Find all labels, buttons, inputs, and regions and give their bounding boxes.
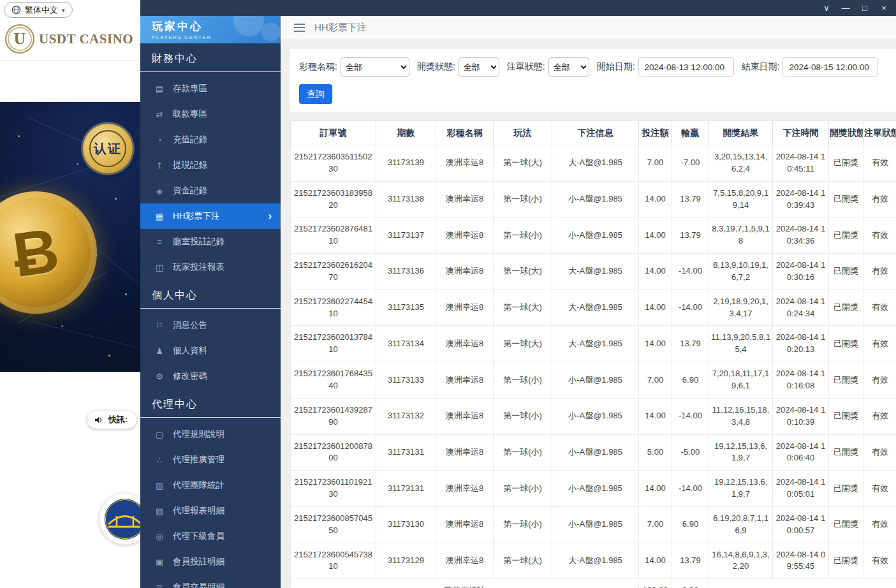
sidebar-item[interactable]: ♟個人資料	[140, 338, 281, 364]
table-row: 215217236014392879031173132澳洲幸运8第一球(小)小-…	[291, 398, 896, 434]
table-cell: 第一球(小)	[494, 471, 552, 507]
table-cell: 19,12,15,13,6,1,9,7	[709, 471, 773, 507]
table-cell: 2024-08-14 10:20:13	[773, 326, 829, 362]
sidebar-item[interactable]: ⇄取款專區	[140, 101, 281, 127]
sidebar-item-label: 會員投註明細	[173, 556, 224, 568]
bitcoin-banner: Ƀ 认证	[0, 102, 140, 372]
sidebar-item[interactable]: ▥代理團隊統計	[140, 473, 281, 498]
table-panel: 訂單號期數彩種名稱玩法下注信息投注額輸贏開獎結果下注時間開獎狀態注單狀態 215…	[290, 121, 896, 588]
table-cell: 14.00	[639, 326, 672, 362]
announcement-icon: ⚐	[154, 321, 165, 330]
close-icon[interactable]: ×	[874, 0, 893, 16]
sidebar-item[interactable]: ▧代理報表明細	[140, 498, 281, 524]
team-logo	[99, 494, 140, 545]
end-date-input[interactable]	[782, 57, 878, 77]
table-cell: 澳洲幸运8	[436, 254, 494, 290]
funds-record-icon: ◈	[154, 186, 165, 196]
table-cell: 2152172360227445410	[291, 290, 376, 326]
column-header: 投注額	[639, 121, 672, 145]
sidebar-nav: 財務中心▤存款專區⇄取款專區◔充值記錄↥提現記錄◈資金記錄▦HH彩票下注›≡廳室…	[140, 43, 281, 588]
sidebar-item[interactable]: ↥提現記錄	[140, 152, 281, 178]
sidebar-item[interactable]: ≣會員交易明細	[140, 575, 281, 588]
section-title: 財務中心	[140, 43, 281, 72]
order-status-select[interactable]: 全部	[548, 57, 589, 77]
table-cell: 已開獎	[829, 398, 863, 434]
window-titlebar: ∨—□×	[140, 0, 896, 16]
sidebar-item[interactable]: ◎代理下級會員	[140, 524, 281, 549]
table-cell: 第一球(大)	[494, 145, 552, 182]
table-cell: 已開獎	[829, 434, 863, 471]
sidebar-item[interactable]: ∴代理推廣管理	[140, 447, 281, 473]
table-cell: 已開獎	[829, 145, 863, 182]
sidebar-item[interactable]: ⚐消息公告	[140, 312, 281, 338]
sidebar-subtitle: PLAYERS CENTER	[152, 34, 281, 40]
change-password-icon: ⚙	[154, 372, 165, 381]
sidebar-item[interactable]: ◔充值記錄	[140, 127, 281, 152]
sidebar-item[interactable]: ⚙修改密碼	[140, 364, 281, 389]
filter-panel: 彩種名稱: 全部 開獎狀態: 全部 注單狀態: 全部	[290, 49, 896, 112]
column-header: 開獎狀態	[829, 121, 863, 145]
table-cell: -5.00	[672, 434, 709, 471]
table-cell: -14.00	[672, 398, 709, 434]
table-cell: 2152172360318395820	[291, 181, 376, 217]
brand-name: USDT CASINO	[39, 31, 133, 47]
table-cell: 2024-08-14 10:10:39	[773, 398, 829, 434]
bridge-logo-icon	[104, 498, 140, 540]
maximize-icon[interactable]: □	[855, 0, 874, 16]
sidebar-item[interactable]: ▢代理規則說明	[140, 422, 281, 447]
profile-icon: ♟	[154, 346, 165, 356]
lottery-name-select[interactable]: 全部	[341, 57, 409, 77]
table-cell: 7.00	[639, 506, 672, 543]
sidebar-item-label: 會員交易明細	[173, 582, 224, 588]
table-cell: 小-A盤@1.985	[552, 181, 639, 217]
sidebar-item[interactable]: ▦HH彩票下注›	[140, 203, 281, 229]
chevron-down-icon[interactable]: ∨	[817, 0, 836, 16]
speaker-icon	[94, 416, 104, 424]
recharge-record-icon: ◔	[154, 135, 165, 145]
content: 彩種名稱: 全部 開獎狀態: 全部 注單狀態: 全部	[281, 40, 896, 588]
table-cell: 6.90	[672, 506, 709, 543]
agent-report-detail-icon: ▧	[154, 506, 165, 516]
table-cell: 2024-08-14 10:34:36	[773, 217, 829, 254]
table-cell: 14.00	[639, 543, 672, 579]
agent-sub-members-icon: ◎	[154, 532, 165, 541]
order-status-label: 注單狀態:	[507, 61, 545, 73]
sidebar-item[interactable]: ▣會員投註明細	[140, 549, 281, 575]
sidebar-item[interactable]: ◈資金記錄	[140, 178, 281, 203]
table-cell: 13.79	[672, 181, 709, 217]
menu-toggle-icon[interactable]	[294, 24, 305, 32]
right-region: ∨—□× 玩家中心 PLAYERS CENTER 財務中心▤存款專區⇄取款專區◔…	[140, 0, 896, 588]
query-button[interactable]: 查詢	[299, 84, 332, 104]
ticker-label: 快訊:	[108, 414, 128, 425]
language-selector[interactable]: 繁体中文 ▾	[4, 2, 73, 18]
table-cell: 已開獎	[829, 362, 863, 399]
sidebar-item-label: 資金記錄	[173, 185, 207, 196]
minimize-icon[interactable]: —	[836, 0, 855, 16]
table-cell: 已開獎	[829, 290, 863, 326]
table-cell: 有效	[863, 181, 896, 217]
end-date-label: 結束日期:	[742, 61, 780, 73]
table-cell: 第一球(小)	[494, 434, 552, 471]
table-cell: 2024-08-14 10:39:43	[773, 181, 829, 217]
start-date-input[interactable]	[638, 57, 734, 77]
sidebar-item-label: 代理團隊統計	[173, 480, 224, 491]
news-ticker[interactable]: 快訊:	[87, 411, 136, 429]
table-cell: 第一球(小)	[494, 217, 552, 254]
table-cell: 31173137	[376, 217, 436, 254]
sidebar-item[interactable]: ◫玩家投注報表	[140, 254, 281, 280]
sidebar-item-label: 代理報表明細	[173, 505, 224, 517]
sidebar-item[interactable]: ≡廳室投註記錄	[140, 229, 281, 254]
table-cell: 14.00	[639, 290, 672, 326]
sidebar-item[interactable]: ▤存款專區	[140, 76, 281, 101]
draw-status-select[interactable]: 全部	[459, 57, 499, 77]
table-cell: 有效	[863, 398, 896, 434]
table-cell: 2152172360261620470	[291, 254, 376, 290]
table-cell: 有效	[863, 254, 896, 290]
caret-down-icon: ▾	[62, 7, 65, 13]
table-cell: 2152172360120087800	[291, 434, 376, 471]
table-cell: 14.00	[639, 217, 672, 254]
sidebar: 玩家中心 PLAYERS CENTER 財務中心▤存款專區⇄取款專區◔充值記錄↥…	[140, 16, 281, 588]
table-row: 215217236017684354031173133澳洲幸运8第一球(小)小-…	[291, 362, 896, 399]
column-header: 開獎結果	[709, 121, 773, 145]
table-cell: 13.79	[672, 217, 709, 254]
